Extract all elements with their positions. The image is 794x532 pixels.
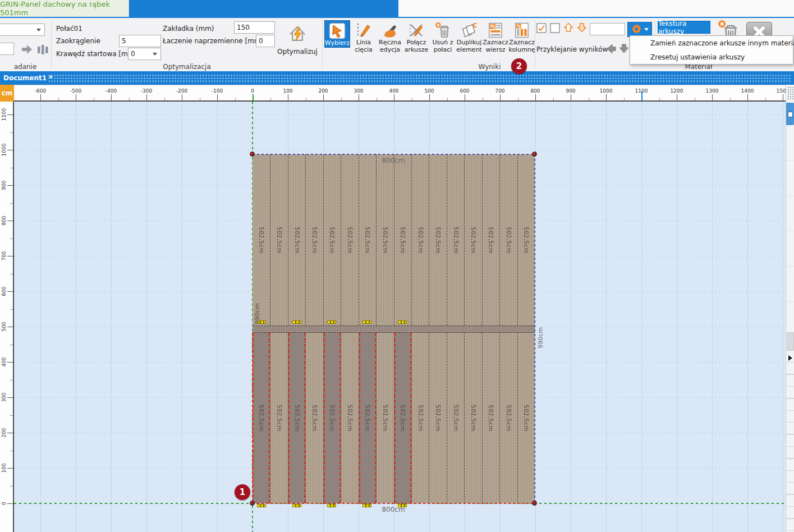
panel-strip-lower[interactable]: 502,5cm [376,333,393,503]
tool-linia-ciecia[interactable]: Liniacięcia [351,20,377,53]
nav-back-button[interactable] [605,44,617,56]
tool-label: kolumnę [508,47,535,54]
select-row-icon [487,21,504,39]
v-ruler-label: 1100 [1,108,7,121]
tool-duplikuj-element[interactable]: CDuplikujelement [456,20,482,53]
panel-strip-upper[interactable]: 502,5cm [429,154,446,325]
corner-handle-bottom-right[interactable] [532,501,537,506]
corner-handle-bottom-left[interactable] [250,501,255,506]
document-title: Document1 * [3,74,53,82]
panel-strip-lower[interactable]: 502,5cm [517,333,535,503]
panel-strip-upper[interactable]: 502,5cm [376,154,393,325]
tool-polacz-arkusze[interactable]: Połączarkusze [403,20,429,53]
v-ruler-minor-tick [10,132,13,133]
panel-strip-lower[interactable]: 502,5cm [482,333,499,503]
tool-label: wiersz [486,47,506,54]
panel-strip-upper[interactable]: 502,5cm [499,154,517,325]
panel-strip-lower-selected[interactable]: 502,5cm [323,333,341,503]
panel-strip-upper[interactable]: 502,5cm [270,154,287,325]
panel-strip-upper[interactable]: 502,5cm [517,154,535,325]
v-ruler-label: 200 [1,428,7,437]
corner-handle-top-left[interactable] [250,152,255,157]
strip-length-label: 502,5cm [294,227,300,253]
panel-strip-upper[interactable]: 502,5cm [253,154,270,325]
zakladka-input[interactable] [234,21,275,34]
tekstura-arkuszy-button[interactable]: Tekstura arkuszy [658,21,710,34]
material-search-input[interactable] [590,23,625,35]
panel-strip-upper[interactable]: 502,5cm [341,154,358,325]
step-badge-2: 2 [511,58,527,74]
h-ruler-tick [712,94,713,100]
panel-strip-lower-selected[interactable]: 502,5cm [359,333,376,503]
drawing-canvas[interactable]: 502,5cm502,5cm502,5cm502,5cm502,5cm502,5… [14,102,786,532]
panel-strip-lower[interactable]: 502,5cm [270,333,287,503]
panel-upper-section: 502,5cm502,5cm502,5cm502,5cm502,5cm502,5… [253,154,535,325]
expand-panel-arrow-icon[interactable] [788,355,792,361]
optymalizuj-label: Optymalizuj [277,48,318,56]
h-ruler-tick [394,94,394,100]
task-combobox[interactable] [0,24,45,36]
collapsed-panel-tab[interactable] [786,103,794,125]
nav-down-button[interactable] [618,44,630,56]
h-ruler-tick [253,94,254,100]
optymalizuj-button[interactable]: Optymalizuj [276,20,319,62]
strip-length-label: 502,5cm [523,227,529,253]
panel-strip-lower[interactable]: 502,5cm [464,333,481,503]
panel-strip-lower[interactable]: 502,5cm [341,333,358,503]
move-up-button[interactable] [563,23,574,34]
panel-strip-lower-selected[interactable]: 502,5cm [288,333,305,503]
panel-strip-upper[interactable]: 502,5cm [288,154,305,325]
panel-strip-upper[interactable]: 502,5cm [464,154,481,325]
group-label-wyniki: Wyniki [471,63,508,71]
panel-strip-upper[interactable]: 502,5cm [394,154,411,325]
laczenie-label: Łaczenie naprzemienne [mm] [163,37,263,45]
tool-usun-z-polaci[interactable]: Usuń zpołaci [430,20,456,53]
tool-wybierz[interactable]: Wybierz [324,20,350,48]
h-ruler-minor-tick [765,98,766,100]
v-ruler-minor-tick [10,345,13,345]
przyklejanie-checkbox-unchecked[interactable] [550,24,560,34]
window-tab[interactable]: GRIN-Panel dachowy na rąbek 501mm [0,0,129,17]
h-ruler-tick [677,94,677,100]
panel-strip-lower[interactable]: 502,5cm [499,333,517,503]
v-ruler-minor-tick [10,415,13,416]
panel-strip-lower[interactable]: 502,5cm [305,333,323,503]
przyklejanie-checkbox-checked[interactable] [536,24,547,34]
laczenie-input[interactable] [256,35,275,47]
tool-zaznacz-wiersz[interactable]: Zaznaczwiersz [483,20,508,53]
panel-overlap-band [253,325,535,333]
panel-strip-upper[interactable]: 502,5cm [447,154,464,325]
tool-reczna-edycja[interactable]: Ręcznaedycja [377,20,403,53]
arrow-left-icon [605,43,617,57]
panel-strip-lower[interactable]: 502,5cm [429,333,446,503]
v-ruler-tick [7,185,13,186]
steps-button[interactable] [36,44,49,57]
panel-strip-lower[interactable]: 502,5cm [411,333,429,503]
menu-item[interactable]: Zresetuj ustawienia arkuszy [630,50,793,64]
move-down-button[interactable] [576,23,588,34]
h-ruler-label: 500 [424,88,434,94]
panel-strip-lower-selected[interactable]: 502,5cm [394,333,411,503]
tool-zaznacz-kolumne[interactable]: Zaznaczkolumnę [509,20,535,53]
run-button[interactable] [20,44,34,57]
panel-strip-upper[interactable]: 502,5cm [323,154,341,325]
panel-strip-lower-selected[interactable]: 502,5cm [253,333,270,503]
zaokraglenie-input[interactable] [119,35,161,47]
roof-slope-panel[interactable]: 502,5cm502,5cm502,5cm502,5cm502,5cm502,5… [253,154,535,503]
material-settings-button[interactable] [627,22,652,37]
rail-scroll-thumb[interactable] [787,332,794,351]
v-ruler-label: 0 [1,502,7,505]
panel-strip-upper[interactable]: 502,5cm [482,154,499,325]
dim-height-right: 990cm [537,327,544,348]
krawedz-combobox[interactable]: 0 [128,48,161,60]
rail-grip-dots[interactable] [787,86,793,100]
menu-item[interactable]: Zamień zaznaczone arkusze innym materiał… [630,36,793,50]
panel-strip-lower[interactable]: 502,5cm [447,333,464,503]
task-value-box[interactable] [0,43,14,55]
panel-strip-upper[interactable]: 502,5cm [359,154,376,325]
document-bar[interactable]: Document1 * [0,71,794,85]
panel-strip-upper[interactable]: 502,5cm [305,154,323,325]
v-ruler-minor-tick [10,274,13,274]
panel-strip-upper[interactable]: 502,5cm [411,154,429,325]
corner-handle-top-right[interactable] [532,152,537,157]
